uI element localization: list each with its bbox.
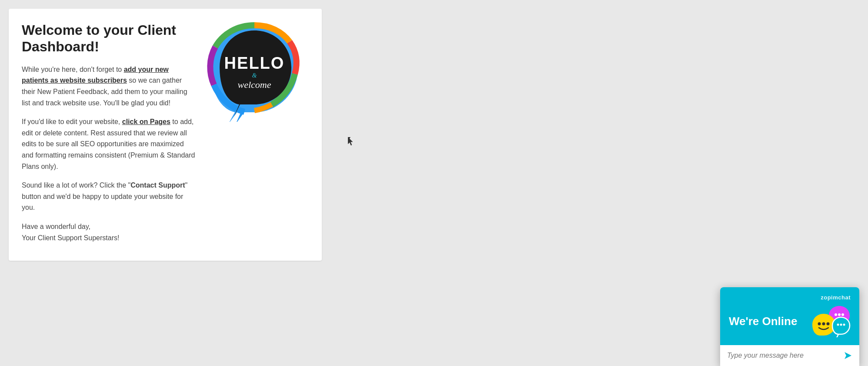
paragraph-2: If you'd like to edit your website, clic… bbox=[22, 116, 196, 172]
para2-pre: If you'd like to edit your website, bbox=[22, 118, 122, 125]
svg-point-4 bbox=[835, 313, 837, 316]
para4-line2: Your Client Support Superstars! bbox=[22, 234, 119, 242]
para1-pre: While you're here, don't forget to bbox=[22, 66, 124, 73]
chat-widget[interactable]: zopimchat We're Online bbox=[720, 287, 859, 366]
brand-bold: chat bbox=[838, 294, 851, 301]
hello-welcome-svg: HELLO & welcome bbox=[204, 22, 304, 122]
dashboard-title: Welcome to your Client Dashboard! bbox=[22, 22, 196, 55]
paragraph-1: While you're here, don't forget to add y… bbox=[22, 64, 196, 108]
chat-send-button[interactable] bbox=[844, 351, 852, 360]
online-status: We're Online bbox=[729, 315, 797, 328]
click-pages-link[interactable]: click on Pages bbox=[122, 118, 170, 125]
para2-post: to add, edit or delete content. Rest ass… bbox=[22, 118, 195, 170]
chat-header: zopimchat We're Online bbox=[720, 287, 859, 345]
para4-line1: Have a wonderful day, bbox=[22, 223, 90, 230]
svg-point-9 bbox=[827, 322, 830, 326]
chat-smileys-svg bbox=[811, 306, 851, 337]
svg-point-10 bbox=[837, 324, 839, 326]
send-arrow-icon bbox=[844, 351, 852, 360]
paragraph-4: Have a wonderful day, Your Client Suppor… bbox=[22, 221, 196, 243]
chat-online-area: We're Online bbox=[729, 306, 851, 336]
chat-message-input[interactable] bbox=[727, 352, 839, 359]
dashboard-text: Welcome to your Client Dashboard! While … bbox=[22, 22, 196, 243]
para3-pre: Sound like a lot of work? Click the " bbox=[22, 181, 130, 189]
chat-input-area[interactable] bbox=[720, 345, 859, 366]
hello-welcome-image: HELLO & welcome bbox=[204, 22, 309, 126]
svg-text:&: & bbox=[252, 72, 257, 79]
svg-point-6 bbox=[841, 313, 844, 316]
main-content: Welcome to your Client Dashboard! While … bbox=[0, 0, 331, 269]
svg-text:HELLO: HELLO bbox=[224, 54, 285, 72]
dashboard-card: Welcome to your Client Dashboard! While … bbox=[9, 9, 322, 261]
svg-marker-3 bbox=[348, 137, 353, 145]
chat-icons bbox=[811, 306, 851, 336]
svg-point-7 bbox=[818, 322, 821, 326]
contact-support-text: Contact Support bbox=[130, 181, 185, 189]
svg-text:welcome: welcome bbox=[238, 79, 271, 90]
svg-point-8 bbox=[822, 322, 825, 326]
svg-marker-13 bbox=[845, 352, 851, 359]
brand-pre: zopim bbox=[821, 294, 838, 301]
mouse-cursor bbox=[348, 137, 353, 145]
zopim-brand: zopimchat bbox=[729, 294, 851, 301]
paragraph-3: Sound like a lot of work? Click the "Con… bbox=[22, 180, 196, 213]
svg-point-5 bbox=[838, 313, 841, 316]
svg-point-11 bbox=[840, 324, 842, 326]
svg-point-12 bbox=[843, 324, 845, 326]
